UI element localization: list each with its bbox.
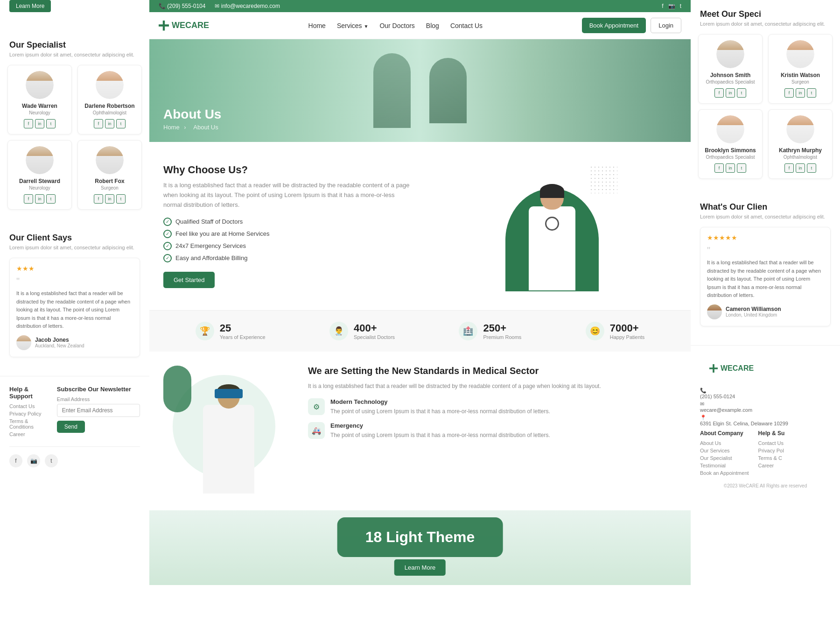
r-li-4[interactable]: in [796,163,805,173]
r-fb-4[interactable]: f [784,163,794,173]
tw-icon-3[interactable]: t [46,194,56,204]
help-link-1[interactable]: Contact Us [9,403,43,409]
get-started-button[interactable]: Get Started [163,272,215,288]
r-fb-3[interactable]: f [714,163,724,173]
fb-icon-3[interactable]: f [24,194,33,204]
right-avatar-img-3 [716,115,744,143]
facebook-icon-footer[interactable]: f [9,454,22,467]
help-links-list: Contact Us Privacy Pol Terms & C Career [758,440,785,468]
male-coat [203,405,254,494]
feature-item-3: ✓ 24x7 Emergency Services [163,242,413,250]
stat-pat-info: 7000+ Happy Patients [610,322,645,340]
learn-more-link-left[interactable]: Learn More [9,0,51,12]
twitter-icon-footer[interactable]: t [45,454,58,467]
right-avatar-img-2 [786,40,814,68]
specialist-social-2: f in t [84,119,136,128]
left-social-icons: f 📷 t [9,454,140,467]
emergency-info: Emergency The point of using Lorem Ipsum… [330,422,550,439]
li-icon-1[interactable]: in [35,119,44,128]
r-help-link-2[interactable]: Privacy Pol [758,448,785,453]
author-info-left: Jacob Jones Auckland, New Zealand [35,337,84,348]
standards-text: We are Setting the New Standards in Medi… [308,366,677,446]
feature-text-4: Easy and Affordable Billing [175,254,247,261]
avatar-3 [26,146,54,174]
r-fb-1[interactable]: f [714,88,724,98]
email-input[interactable] [57,404,140,417]
li-icon-2[interactable]: in [105,119,114,128]
top-bar: 📞 (209) 555-0104 ✉ info@wecaredemo.com f… [149,0,691,12]
phone-number: (209) 555-0104 [167,3,205,9]
fb-topbar-icon[interactable]: f [662,3,663,9]
ig-topbar-icon[interactable]: 📷 [668,3,675,9]
left-footer-grid: Help & Support Contact Us Privacy Policy… [9,386,140,439]
feature-text-3: 24x7 Emergency Services [175,242,246,249]
stars-left: ★★★ [16,265,133,272]
nav-blog[interactable]: Blog [426,22,439,29]
right-specialist-grid: Johnson Smith Orthopaedics Specialist f … [691,34,840,179]
logo: WECARE [159,21,209,31]
tw-icon-4[interactable]: t [116,194,126,204]
standards-desc: It is a long established fact that a rea… [308,382,677,391]
fb-icon-1[interactable]: f [24,119,33,128]
left-client-section: Our Client Says Lorem ipsum dolor sit am… [0,224,149,367]
li-icon-4[interactable]: in [105,194,114,204]
fb-icon-4[interactable]: f [94,194,103,204]
stat-pat-label: Happy Patients [610,334,645,340]
nav-doctors[interactable]: Our Doctors [379,22,414,29]
specialist-name-4: Robert Fox [84,178,136,184]
stat-exp-number: 25 [220,322,266,334]
feature-modern-tech: ⚙ Modern Technology The point of using L… [308,398,677,416]
tech-info: Modern Technology The point of using Lor… [330,398,550,416]
emergency-desc: The point of using Lorem Ipsum is that i… [330,431,550,439]
right-avatar-3 [716,115,744,143]
emergency-icon: 🚑 [308,422,325,439]
r-tw-1[interactable]: t [737,88,746,98]
tw-icon-1[interactable]: t [46,119,56,128]
breadcrumb-home[interactable]: Home [163,124,180,131]
help-col-title: Help & Su [758,430,785,437]
quote-icon-left: " [16,276,133,287]
r-help-link-1[interactable]: Contact Us [758,440,785,446]
company-link-1[interactable]: About Us [700,440,749,446]
company-link-5[interactable]: Book an Appointment [700,470,749,476]
r-li-3[interactable]: in [726,163,735,173]
company-link-4[interactable]: Testimonial [700,463,749,468]
r-tw-4[interactable]: t [807,163,816,173]
login-button[interactable]: Login [651,18,681,33]
author-avatar-right [707,304,722,319]
specialist-name-3: Darrell Steward [14,178,66,184]
right-email: ✉ wecare@example.com [700,401,831,413]
right-specialist-title-1: Orthopaedics Specialist [704,79,756,85]
help-link-2[interactable]: Privacy Policy [9,411,43,416]
stars-right: ★★★★★ [707,234,824,241]
li-icon-3[interactable]: in [35,194,44,204]
check-icon-4: ✓ [163,254,172,262]
r-tw-2[interactable]: t [807,88,816,98]
learn-more-button[interactable]: Learn More [394,559,446,576]
r-li-1[interactable]: in [726,88,735,98]
company-col-title: About Company [700,430,749,437]
stat-exp-label: Years of Experience [220,334,266,340]
tw-topbar-icon[interactable]: t [680,3,681,9]
nav-home[interactable]: Home [308,22,326,29]
nav-services[interactable]: Services ▼ [337,22,368,29]
left-client-title: Our Client Says [9,233,140,243]
instagram-icon-footer[interactable]: 📷 [27,454,40,467]
company-link-2[interactable]: Our Services [700,448,749,453]
r-help-link-3[interactable]: Terms & C [758,455,785,461]
help-link-3[interactable]: Terms & Conditions [9,418,43,430]
stat-room-label: Premium Rooms [483,334,521,340]
nav-contact[interactable]: Contact Us [450,22,483,29]
help-link-4[interactable]: Career [9,431,43,437]
stat-rooms: 🏥 250+ Premium Rooms [459,322,521,340]
r-li-2[interactable]: in [796,88,805,98]
r-tw-3[interactable]: t [737,163,746,173]
book-appointment-button[interactable]: Book Appointment [582,18,646,33]
fb-icon-2[interactable]: f [94,119,103,128]
specialist-social-3: f in t [14,194,66,204]
tw-icon-2[interactable]: t [116,119,126,128]
company-link-3[interactable]: Our Specialist [700,455,749,461]
r-help-link-4[interactable]: Career [758,463,785,468]
send-button[interactable]: Send [57,421,85,433]
r-fb-2[interactable]: f [784,88,794,98]
